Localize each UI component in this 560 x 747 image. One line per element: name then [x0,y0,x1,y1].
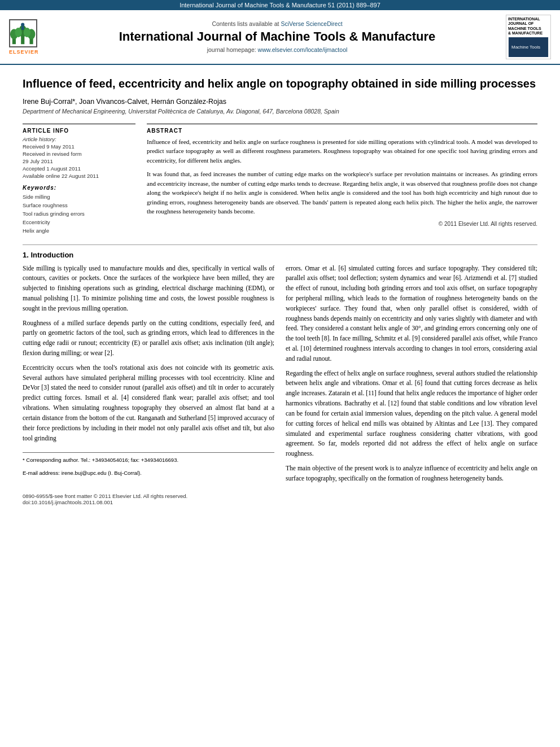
keyword-item: Surface roughness [23,201,135,209]
issn-info: 0890-6955/$-see front matter © 2011 Else… [23,493,537,499]
revised-label: Received in revised form [23,151,135,157]
doi-info: doi:10.1016/j.ijmachtools.2011.08.001 [23,499,537,505]
copyright: © 2011 Elsevier Ltd. All rights reserved… [147,221,537,227]
top-bar: International Journal of Machine Tools &… [0,0,560,10]
authors: Irene Buj-Corral*, Joan Vivancos-Calvet,… [23,98,537,106]
body-columns: Side milling is typically used to manufa… [23,264,537,488]
homepage-link[interactable]: www.elsevier.com/locate/ijmactool [258,46,348,53]
journal-header: ELSEVIER Contents lists available at Sci… [0,10,560,65]
journal-header-center: Contents lists available at SciVerse Sci… [49,20,506,53]
introduction-heading: 1. Introduction [23,251,537,259]
intro-para-right-0: errors. Omar et al. [6] simulated cuttin… [286,264,537,364]
svg-rect-9 [21,27,24,30]
paper-title: Influence of feed, eccentricity and heli… [23,76,537,91]
keyword-item: Eccentricity [23,218,135,226]
intro-para-right-2: The main objective of the present work i… [286,464,537,484]
journal-logo-image: Machine Tools [508,37,549,57]
revised-date: 29 July 2011 [23,158,135,164]
intro-para-left-0: Side milling is typically used to manufa… [23,264,274,314]
abstract-box: ABSTRACT Influence of feed, eccentricity… [147,124,537,235]
section-divider [23,244,537,245]
received-date: Received 9 May 2011 [23,143,135,150]
elsevier-logo-box [9,19,37,47]
online-date: Available online 22 August 2011 [23,173,135,179]
footnote-corresponding: * Corresponding author. Tel.: +349340540… [23,456,274,465]
body-col-left: Side milling is typically used to manufa… [23,264,274,488]
journal-homepage: journal homepage: www.elsevier.com/locat… [49,46,506,53]
elsevier-label: ELSEVIER [9,49,39,55]
intro-para-left-1: Roughness of a milled surface depends pa… [23,318,274,359]
article-info-title: ARTICLE INFO [23,128,135,134]
keywords-title: Keywords: [23,185,135,191]
article-info-box: ARTICLE INFO Article history: Received 9… [23,124,135,235]
journal-logo-right: INTERNATIONAL JOURNAL OFMACHINE TOOLS& M… [506,15,551,59]
keyword-item: Helix angle [23,226,135,235]
journal-logo-svg: Machine Tools [509,37,548,57]
contents-availability: Contents lists available at SciVerse Sci… [49,20,506,27]
affiliation: Department of Mechanical Engineering, Un… [23,108,537,115]
journal-citation: International Journal of Machine Tools &… [180,2,380,8]
keyword-item: Tool radius grinding errors [23,209,135,218]
paper-content: Influence of feed, eccentricity and heli… [0,65,560,517]
elsevier-logo: ELSEVIER [9,19,49,55]
abstract-p1: Influence of feed, eccentricity and heli… [147,137,537,165]
article-columns: ARTICLE INFO Article history: Received 9… [23,124,537,235]
svg-text:Machine Tools: Machine Tools [511,45,540,50]
journal-title: International Journal of Machine Tools &… [49,29,506,44]
keywords-list: Side millingSurface roughnessTool radius… [23,193,135,235]
accepted-date: Accepted 1 August 2011 [23,165,135,172]
intro-para-right-1: Regarding the effect of helix angle on s… [286,369,537,459]
journal-logo-title: INTERNATIONAL JOURNAL OFMACHINE TOOLS& M… [508,17,549,36]
history-label: Article history: [23,136,135,142]
footnote-section: * Corresponding author. Tel.: +349340540… [23,452,274,477]
svg-point-6 [15,28,21,37]
abstract-title: ABSTRACT [147,128,537,134]
abstract-p2: It was found that, as feed increases the… [147,169,537,216]
elsevier-tree-icon [10,20,36,47]
svg-point-7 [24,28,30,37]
keyword-item: Side milling [23,193,135,201]
svg-point-8 [21,23,24,26]
footnote-email: E-mail address: irene.buj@upc.edu (I. Bu… [23,469,274,478]
bottom-info: 0890-6955/$-see front matter © 2011 Else… [23,493,537,505]
intro-para-left-2: Eccentricity occurs when the tool's rota… [23,363,274,444]
body-col-right: errors. Omar et al. [6] simulated cuttin… [286,264,537,488]
sciverse-link[interactable]: SciVerse ScienceDirect [281,20,342,27]
